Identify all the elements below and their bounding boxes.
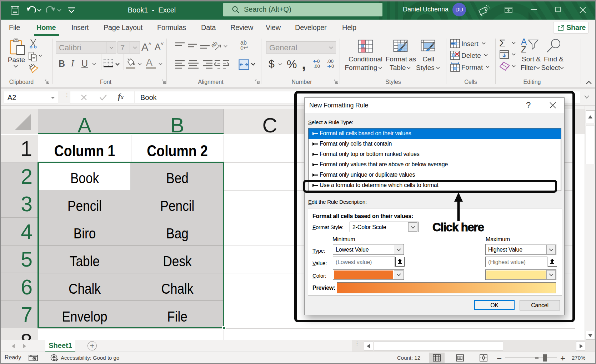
svg-text:.00: .00: [327, 59, 334, 64]
svg-text:0: 0: [317, 59, 320, 64]
svg-text:0: 0: [331, 64, 334, 69]
svg-text:.00: .00: [314, 64, 320, 69]
